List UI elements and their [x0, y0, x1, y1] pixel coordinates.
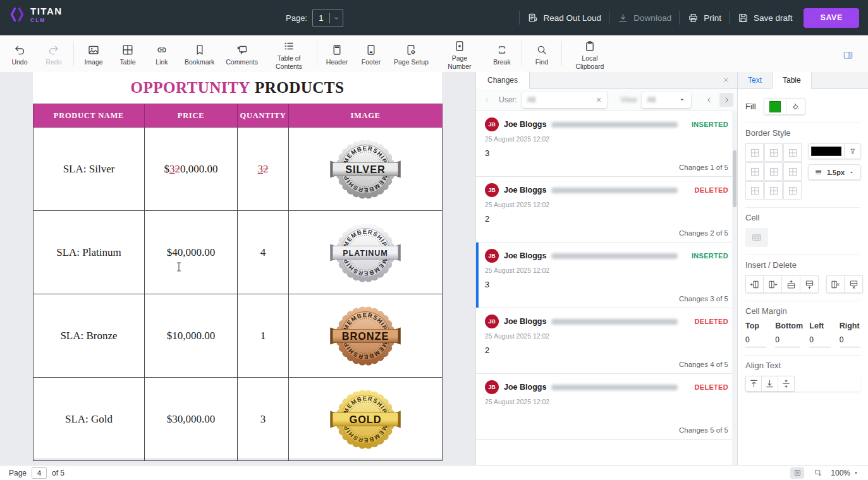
- margin-input-top[interactable]: [745, 335, 766, 347]
- border-right-button[interactable]: [783, 181, 802, 200]
- change-card[interactable]: JB Joe Bloggs INSERTED 25 August 2025 12…: [476, 111, 737, 177]
- zoom-value: 100%: [831, 469, 850, 477]
- change-counter: Changes 4 of 5: [679, 361, 728, 368]
- align-top-button[interactable]: [745, 376, 762, 392]
- print-button[interactable]: Print: [686, 12, 723, 24]
- border-color-button[interactable]: [808, 143, 845, 159]
- tab-text[interactable]: Text: [738, 72, 772, 88]
- quantity-cell[interactable]: 1: [238, 294, 289, 378]
- column-header-quantity: QUANTITY: [238, 104, 289, 128]
- column-header-image: IMAGE: [289, 104, 443, 128]
- zoom-dropdown[interactable]: 100%: [831, 469, 859, 477]
- product-name-cell[interactable]: SLA: Platinum: [34, 211, 145, 294]
- price-cell[interactable]: $30,000.00: [145, 378, 238, 461]
- align-bottom-button[interactable]: [762, 376, 778, 392]
- view-filter-dropdown[interactable]: All: [642, 92, 691, 108]
- caret-down-icon: [848, 169, 855, 176]
- save-draft-button[interactable]: Save draft: [736, 12, 794, 24]
- toolbar-footer[interactable]: Footer: [354, 41, 388, 66]
- price-cell[interactable]: $40,000.00: [145, 211, 238, 294]
- border-horizontal-button[interactable]: [745, 162, 764, 181]
- quantity-cell[interactable]: 3: [238, 378, 289, 461]
- user-filter-dropdown[interactable]: All ✕: [522, 92, 607, 108]
- fill-color-button[interactable]: [764, 98, 786, 115]
- prev-change-icon[interactable]: [702, 93, 716, 107]
- filter-prev-icon[interactable]: [480, 93, 494, 107]
- del-col-button[interactable]: [826, 275, 845, 293]
- fill-bucket-button[interactable]: [786, 98, 805, 115]
- image-cell[interactable]: MEMBERSHIP MEMBERSHIP GOLD: [289, 378, 443, 461]
- download-button[interactable]: Download: [616, 12, 673, 24]
- toolbar-comments[interactable]: Comments: [220, 41, 264, 66]
- toolbar-image[interactable]: Image: [76, 41, 111, 66]
- image-cell[interactable]: MEMBERSHIP MEMBERSHIP BRONZE: [289, 294, 443, 378]
- border-left-button[interactable]: [745, 181, 764, 200]
- tab-changes[interactable]: Changes: [476, 72, 530, 89]
- change-counter: Changes 2 of 5: [679, 229, 728, 237]
- toolbar-link[interactable]: Link: [145, 41, 179, 66]
- price-cell[interactable]: $320,000.00: [145, 128, 238, 211]
- border-vertical-button[interactable]: [764, 162, 783, 181]
- ins-row-above-button[interactable]: [782, 275, 800, 293]
- ins-col-left-button[interactable]: [745, 275, 764, 293]
- save-button[interactable]: SAVE: [804, 8, 859, 28]
- border-none-button[interactable]: [783, 162, 802, 181]
- membership-badge-platinum: MEMBERSHIP MEMBERSHIP PLATINUM: [329, 221, 402, 284]
- image-cell[interactable]: MEMBERSHIP MEMBERSHIP PLATINUM: [289, 211, 443, 294]
- ins-row-below-button[interactable]: [800, 275, 819, 293]
- toolbar-table-of-contents[interactable]: Table of Contents: [264, 37, 314, 69]
- toolbar-undo[interactable]: Undo: [3, 41, 37, 66]
- image-cell[interactable]: MEMBERSHIP MEMBERSHIP SILVER: [289, 128, 443, 211]
- margin-input-bottom[interactable]: [775, 335, 800, 347]
- svg-text:GOLD: GOLD: [349, 414, 381, 425]
- border-width-dropdown[interactable]: 1.5px: [808, 164, 861, 180]
- statusbar-page-input[interactable]: [32, 467, 47, 479]
- toolbar-header[interactable]: Header: [320, 41, 354, 66]
- border-all-button[interactable]: [745, 143, 764, 162]
- toolbar-break[interactable]: Break: [485, 41, 519, 66]
- margin-input-left[interactable]: [809, 335, 830, 347]
- tab-table[interactable]: Table: [772, 72, 812, 89]
- border-inner-button[interactable]: [764, 143, 783, 162]
- toolbar-bookmark[interactable]: Bookmark: [179, 41, 220, 66]
- read-aloud-icon: [527, 12, 539, 24]
- merge-cells-button[interactable]: [745, 228, 768, 247]
- toolbar-table[interactable]: Table: [111, 41, 145, 66]
- cell-margin-bottom: Bottom: [775, 321, 800, 347]
- align-middle-button[interactable]: [778, 376, 795, 392]
- side-panel-toggle-icon[interactable]: [842, 49, 854, 61]
- change-card[interactable]: JB Joe Bloggs DELETED 25 August 2025 12:…: [476, 374, 737, 440]
- quantity-cell[interactable]: 4: [238, 211, 289, 294]
- clear-filter-icon[interactable]: ✕: [596, 96, 601, 104]
- border-outer-button[interactable]: [783, 143, 802, 162]
- fit-page-icon[interactable]: [790, 467, 804, 479]
- save-draft-icon: [737, 12, 749, 24]
- change-card[interactable]: JB Joe Bloggs DELETED 25 August 2025 12:…: [476, 308, 737, 374]
- price-cell[interactable]: $10,000.00: [145, 294, 238, 378]
- border-top-button[interactable]: [764, 181, 783, 200]
- changes-scrollbar[interactable]: [732, 111, 737, 465]
- fit-width-icon[interactable]: [810, 467, 824, 479]
- next-change-icon[interactable]: [719, 93, 733, 107]
- product-name-cell[interactable]: SLA: Bronze: [34, 294, 145, 378]
- toolbar-find[interactable]: Find: [525, 41, 559, 66]
- border-color-swatch: [811, 147, 841, 156]
- product-name-cell[interactable]: SLA: Silver: [34, 128, 145, 211]
- toolbar-page-number[interactable]: Page Number: [434, 37, 485, 69]
- ins-col-right-button[interactable]: [764, 275, 782, 293]
- page-selector-dropdown[interactable]: 1: [312, 9, 343, 27]
- close-icon[interactable]: [721, 75, 731, 85]
- margin-input-right[interactable]: [840, 335, 860, 347]
- change-card[interactable]: JB Joe Bloggs DELETED 25 August 2025 12:…: [476, 177, 737, 243]
- toolbar-page-setup[interactable]: Page Setup: [388, 41, 434, 66]
- read-out-loud-button[interactable]: Read Out Loud: [526, 12, 603, 24]
- toolbar-redo[interactable]: Redo: [37, 41, 71, 66]
- quantity-cell[interactable]: 32: [238, 128, 289, 211]
- document-page[interactable]: OPPORTUNITY PRODUCTS PRODUCT NAMEPRICEQU…: [33, 72, 442, 458]
- editor-toolbar: UndoRedoImageTableLinkBookmarkCommentsTa…: [0, 35, 868, 73]
- change-card[interactable]: JB Joe Bloggs INSERTED 25 August 2025 12…: [476, 243, 737, 308]
- border-color-picker-button[interactable]: [845, 143, 861, 159]
- toolbar-local-clipboard[interactable]: Local Clipboard: [565, 37, 615, 69]
- del-row-button[interactable]: [845, 275, 863, 293]
- product-name-cell[interactable]: SLA: Gold: [34, 378, 145, 461]
